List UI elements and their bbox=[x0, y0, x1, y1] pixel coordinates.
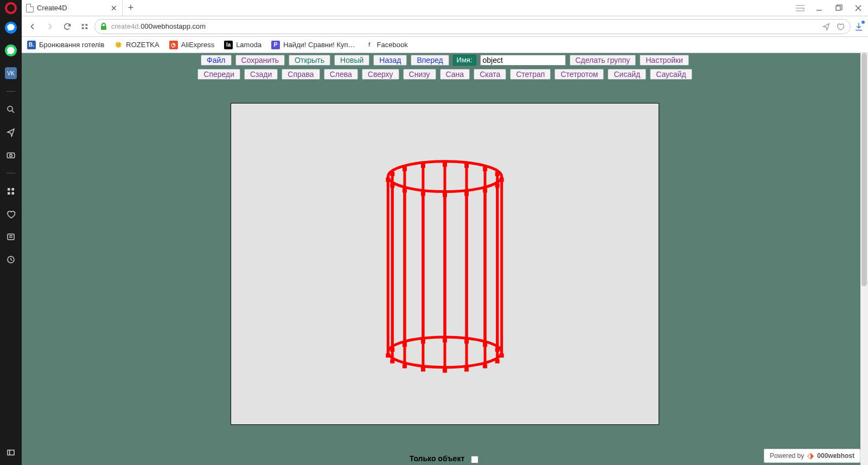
news-icon[interactable] bbox=[5, 231, 17, 243]
toolbar-button[interactable]: Сделать группу bbox=[570, 55, 636, 66]
powered-by-badge[interactable]: Powered by ⬗ 000webhost bbox=[764, 449, 860, 463]
bookmark-item[interactable]: fFacebook bbox=[365, 41, 408, 49]
svg-rect-38 bbox=[483, 364, 487, 369]
bookmark-favicon: 🙂 bbox=[114, 41, 123, 49]
view-button[interactable]: Сисайд bbox=[608, 69, 646, 80]
bookmark-item[interactable]: B.Бронювання готелів bbox=[27, 41, 104, 49]
toolbar-row-1: ФайлСохранитьОткрытьНовыйНазадВпередИмя:… bbox=[201, 53, 689, 67]
sidebar-divider bbox=[7, 91, 15, 92]
view-button[interactable]: Спереди bbox=[197, 69, 240, 80]
bookmark-item[interactable]: ◔AliExpress bbox=[169, 41, 214, 49]
svg-rect-55 bbox=[403, 167, 407, 171]
svg-rect-46 bbox=[403, 364, 407, 369]
new-tab-button[interactable]: + bbox=[123, 0, 139, 16]
send-page-icon[interactable] bbox=[822, 22, 831, 31]
address-bar-row: create4d.000webhostapp.com bbox=[22, 16, 868, 37]
forward-button[interactable] bbox=[42, 19, 58, 34]
whatsapp-icon[interactable] bbox=[5, 44, 17, 56]
app-toolbar: ФайлСохранитьОткрытьНовыйНазадВпередИмя:… bbox=[22, 53, 868, 81]
bookmark-favicon: ◔ bbox=[169, 41, 178, 49]
view-button[interactable]: Сана bbox=[440, 69, 470, 80]
vertical-scrollbar[interactable] bbox=[860, 53, 868, 465]
view-button[interactable]: Справа bbox=[282, 69, 320, 80]
svg-rect-62 bbox=[483, 343, 487, 347]
view-button[interactable]: Саусайд bbox=[650, 69, 692, 80]
bookmark-heart-icon[interactable] bbox=[836, 22, 845, 31]
address-bar[interactable]: create4d.000webhostapp.com bbox=[94, 19, 851, 34]
search-icon[interactable] bbox=[5, 104, 17, 115]
bookmark-label: ROZETKA bbox=[126, 41, 159, 49]
svg-rect-12 bbox=[85, 24, 87, 25]
svg-rect-63 bbox=[483, 167, 487, 171]
svg-rect-60 bbox=[464, 339, 469, 344]
sidebar-toggle-icon[interactable] bbox=[5, 447, 17, 458]
address-actions bbox=[822, 22, 845, 31]
scrollbar-thumb[interactable] bbox=[861, 53, 867, 286]
svg-rect-34 bbox=[500, 353, 504, 358]
bookmark-item[interactable]: 🙂ROZETKA bbox=[114, 41, 159, 49]
bookmark-label: Facebook bbox=[377, 41, 408, 49]
view-button[interactable]: Слева bbox=[324, 69, 358, 80]
svg-rect-15 bbox=[101, 26, 106, 30]
view-button[interactable]: Стетротом bbox=[554, 69, 604, 80]
minimize-button[interactable] bbox=[809, 0, 829, 16]
send-icon[interactable] bbox=[5, 126, 17, 138]
wireframe-cylinder bbox=[231, 104, 659, 424]
url-text: create4d.000webhostapp.com bbox=[111, 22, 206, 30]
bookmark-favicon: la bbox=[224, 41, 233, 49]
svg-rect-47 bbox=[403, 188, 407, 192]
messenger-icon[interactable] bbox=[5, 22, 17, 34]
close-tab-icon[interactable]: ✕ bbox=[110, 4, 118, 12]
svg-rect-50 bbox=[386, 353, 390, 358]
apps-icon[interactable] bbox=[5, 185, 17, 197]
svg-rect-40 bbox=[464, 367, 469, 372]
reload-button[interactable] bbox=[60, 19, 75, 34]
view-button[interactable]: Сзади bbox=[244, 69, 278, 80]
canvas[interactable] bbox=[231, 103, 659, 425]
svg-rect-51 bbox=[386, 178, 390, 182]
downloads-button[interactable] bbox=[853, 21, 865, 33]
bookmark-item[interactable]: PНайди! Сравни! Куп… bbox=[271, 41, 355, 49]
toolbar-button[interactable]: Новый bbox=[334, 55, 369, 66]
toolbar-button[interactable]: Назад bbox=[373, 55, 407, 66]
svg-rect-52 bbox=[390, 347, 394, 352]
toolbar-button[interactable]: Настройки bbox=[640, 55, 689, 66]
opera-menu-button[interactable] bbox=[0, 0, 22, 16]
svg-rect-42 bbox=[443, 369, 447, 373]
svg-rect-53 bbox=[390, 172, 394, 176]
bookmarks-bar: B.Бронювання готелів🙂ROZETKA◔AliExpressl… bbox=[22, 37, 868, 53]
bookmark-label: Найди! Сравни! Куп… bbox=[283, 41, 355, 49]
view-button[interactable]: Ската bbox=[474, 69, 506, 80]
browser-tab[interactable]: Create4D ✕ bbox=[22, 0, 123, 16]
svg-rect-59 bbox=[443, 163, 447, 167]
bookmark-favicon: f bbox=[365, 41, 374, 49]
document-icon bbox=[26, 4, 34, 12]
svg-rect-3 bbox=[8, 188, 10, 191]
speeddial-button[interactable] bbox=[77, 19, 92, 34]
only-object-label: Только объект bbox=[410, 454, 465, 465]
svg-rect-11 bbox=[82, 24, 84, 25]
camera-icon[interactable] bbox=[5, 149, 17, 161]
svg-rect-35 bbox=[500, 178, 504, 182]
view-button[interactable]: Снизу bbox=[403, 69, 436, 80]
vk-icon[interactable]: VK bbox=[5, 67, 17, 79]
view-button[interactable]: Стетрап bbox=[510, 69, 551, 80]
toolbar-button[interactable]: Вперед bbox=[411, 55, 449, 66]
bookmark-item[interactable]: laLamoda bbox=[224, 41, 261, 49]
toolbar-button[interactable]: Сохранить bbox=[235, 55, 285, 66]
toolbar-button[interactable]: Открыть bbox=[289, 55, 330, 66]
close-window-button[interactable] bbox=[848, 0, 868, 16]
bookmark-label: Бронювання готелів bbox=[39, 41, 104, 49]
toolbar-button[interactable]: Файл bbox=[201, 55, 231, 66]
only-object-row: Только объект bbox=[231, 454, 659, 465]
name-input[interactable] bbox=[480, 55, 566, 66]
page-content: ФайлСохранитьОткрытьНовыйНазадВпередИмя:… bbox=[22, 53, 868, 465]
back-button[interactable] bbox=[25, 19, 40, 34]
heart-icon[interactable] bbox=[5, 208, 17, 220]
view-button[interactable]: Сверху bbox=[362, 69, 399, 80]
easy-setup-icon[interactable] bbox=[791, 0, 809, 16]
only-object-checkbox[interactable] bbox=[471, 456, 478, 463]
svg-rect-5 bbox=[8, 192, 10, 195]
history-icon[interactable] bbox=[5, 254, 17, 266]
maximize-button[interactable] bbox=[829, 0, 848, 16]
